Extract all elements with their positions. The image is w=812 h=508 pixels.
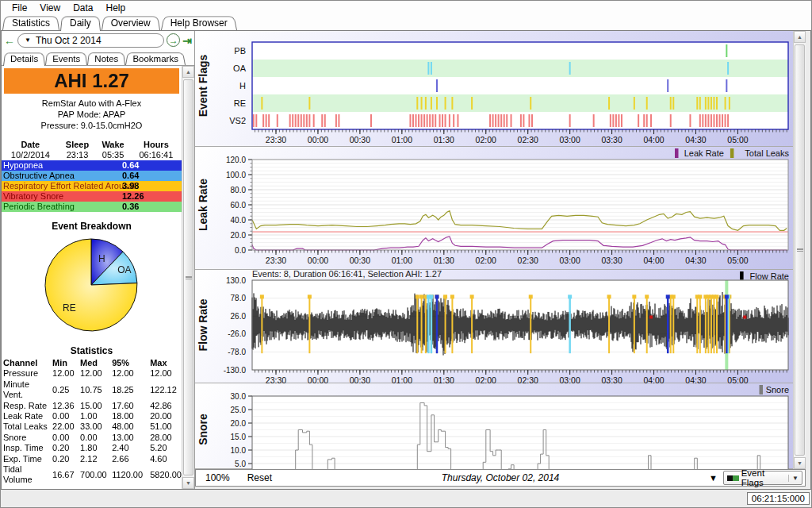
axis-tick-label: 03:30 bbox=[601, 135, 622, 144]
stats-cell: Total Leaks bbox=[2, 421, 51, 432]
stats-cell: 18.00 bbox=[110, 411, 148, 421]
detail-tab-bookmarks[interactable]: Bookmarks bbox=[125, 52, 186, 65]
axis-tick-label: 00:00 bbox=[308, 135, 328, 144]
stats-header: Max bbox=[148, 358, 182, 368]
menu-data[interactable]: Data bbox=[67, 2, 99, 14]
snore-chart[interactable]: SnoreSnore5.010.015.020.025.030.0 bbox=[195, 383, 793, 469]
graph-select-combo[interactable]: Event Flags ▼ bbox=[723, 471, 802, 485]
ahi-banner: AHI 1.27 bbox=[4, 68, 179, 94]
tab-label: Statistics bbox=[12, 17, 50, 29]
scroll-down-button[interactable]: ▼ bbox=[794, 457, 806, 469]
legend-label: Flow Rate bbox=[749, 271, 789, 281]
tab-label: Overview bbox=[111, 17, 151, 29]
session-value-row: 10/2/201423:1305:3506:16:41 bbox=[2, 149, 182, 160]
event-row-band bbox=[252, 60, 788, 77]
y-tick-label: -26.0 bbox=[228, 329, 246, 338]
event-row-band bbox=[252, 42, 788, 60]
scroll-up-button[interactable]: ▲ bbox=[794, 31, 806, 43]
scroll-down-button[interactable]: ▼ bbox=[182, 477, 194, 489]
re-marker-cap bbox=[529, 294, 533, 298]
event-summary-rows: Hypopnea0.64Obstructive Apnea0.64Respira… bbox=[2, 160, 182, 212]
scrollbar-track[interactable] bbox=[182, 78, 194, 477]
menu-view[interactable]: View bbox=[33, 2, 67, 14]
menu-bar: FileViewDataHelp bbox=[1, 1, 811, 15]
session-header: Wake bbox=[95, 140, 130, 149]
stats-cell: 12.00 bbox=[110, 368, 148, 379]
date-dropdown[interactable]: ▼ Thu Oct 2 2014 bbox=[17, 33, 164, 48]
pie-chart-svg: HOARE bbox=[4, 233, 180, 337]
axis-tick-label: 02:00 bbox=[476, 256, 496, 265]
detail-tab-notes[interactable]: Notes bbox=[87, 52, 125, 65]
scroll-up-button[interactable]: ▲ bbox=[182, 66, 194, 78]
axis-tick-label: 02:30 bbox=[518, 375, 538, 383]
stats-cell: 0.00 bbox=[79, 433, 110, 443]
event-flags-chart[interactable]: Event FlagsPBOAHREVS223:3000:0000:3001:0… bbox=[195, 31, 793, 147]
graph-swatch-icon bbox=[727, 475, 733, 481]
charts-column: Event FlagsPBOAHREVS223:3000:0000:3001:0… bbox=[195, 31, 793, 469]
legend-label: Snore bbox=[766, 385, 789, 394]
details-scrollbar[interactable]: ▲ ▼ bbox=[182, 66, 194, 489]
tab-help-browser[interactable]: Help Browser bbox=[161, 15, 237, 30]
y-tick-label: 80.0 bbox=[231, 186, 247, 194]
scrollbar-thumb[interactable] bbox=[795, 44, 805, 456]
stats-row: Exp. Time0.202.122.664.60 bbox=[2, 454, 182, 464]
legend-swatch bbox=[675, 148, 679, 158]
leak-rate-chart[interactable]: Leak RateTotal LeaksLeak Rate0.020.040.0… bbox=[195, 147, 793, 270]
axis-tick-label: 01:00 bbox=[392, 375, 412, 383]
session-header: Sleep bbox=[59, 140, 96, 149]
axis-tick-label: 03:00 bbox=[560, 135, 580, 144]
stats-row: Tidal Volume16.67700.001120.005820.00 bbox=[2, 464, 182, 486]
axis-tick-label: 04:30 bbox=[685, 375, 706, 383]
y-tick-label: 120.0 bbox=[226, 156, 246, 164]
menu-file[interactable]: File bbox=[6, 2, 33, 14]
tab-label: Notes bbox=[94, 54, 118, 64]
charts-scrollbar[interactable]: ▲ ▼ bbox=[793, 31, 806, 469]
stats-cell: 15.00 bbox=[79, 401, 110, 411]
stats-cell: 48.00 bbox=[110, 421, 148, 432]
tab-daily[interactable]: Daily bbox=[60, 15, 101, 31]
previous-day-button[interactable]: ← bbox=[4, 35, 15, 46]
tab-label: Daily bbox=[70, 17, 91, 29]
machine-info-line: PAP Mode: APAP bbox=[2, 109, 182, 120]
event-label: Vibratory Snore bbox=[3, 191, 63, 201]
stats-cell: 18.25 bbox=[110, 379, 148, 401]
next-day-button[interactable]: → bbox=[167, 33, 180, 47]
detail-tab-events[interactable]: Events bbox=[45, 52, 87, 65]
collapse-charts-button[interactable]: ▼ bbox=[709, 473, 718, 483]
event-label: Respiratory Effort Related Arousal bbox=[3, 181, 135, 190]
stats-cell: 0.25 bbox=[51, 379, 79, 401]
h-marker-cap bbox=[435, 294, 439, 298]
tab-overview[interactable]: Overview bbox=[102, 15, 160, 30]
y-tick-label: 30.0 bbox=[231, 392, 247, 401]
axis-tick-label: 01:00 bbox=[392, 135, 412, 144]
event-summary-row: Vibratory Snore12.26 bbox=[2, 191, 182, 202]
leak-rate-chart-svg: Leak RateTotal LeaksLeak Rate0.020.040.0… bbox=[195, 147, 793, 270]
stats-cell: 0.20 bbox=[51, 454, 79, 464]
stats-header: 95% bbox=[110, 358, 148, 368]
stats-cell: Snore bbox=[2, 433, 51, 443]
detail-tab-details[interactable]: Details bbox=[3, 52, 45, 66]
y-tick-label: 10.0 bbox=[231, 446, 247, 455]
session-header: Date bbox=[2, 140, 59, 149]
latest-day-button[interactable]: ⇥ bbox=[182, 35, 192, 46]
stats-row: Insp. Time0.201.802.405.20 bbox=[2, 443, 182, 453]
menu-help[interactable]: Help bbox=[100, 2, 132, 14]
stats-row: Total Leaks22.0033.0048.0051.00 bbox=[2, 421, 182, 432]
axis-tick-label: 00:00 bbox=[308, 256, 328, 265]
event-row-label: PB bbox=[234, 46, 246, 56]
chart-title-rotated: Snore bbox=[197, 414, 209, 445]
axis-tick-label: 05:00 bbox=[727, 135, 748, 144]
stats-cell: 20.00 bbox=[148, 411, 182, 421]
axis-tick-label: 04:00 bbox=[643, 256, 664, 265]
legend-label: Total Leaks bbox=[745, 148, 789, 158]
stats-row: Pressure12.0012.0012.0012.00 bbox=[2, 368, 182, 379]
pie-slice-label: OA bbox=[117, 264, 131, 275]
axis-tick-label: 03:30 bbox=[601, 375, 622, 383]
tab-label: Events bbox=[52, 54, 80, 64]
event-row-label: VS2 bbox=[229, 116, 246, 125]
event-summary-row: Hypopnea0.64 bbox=[2, 160, 182, 171]
flow-rate-chart[interactable]: Flow RateEvents: 8, Duration 06:16:41, S… bbox=[195, 270, 793, 383]
scrollbar-track[interactable] bbox=[794, 43, 806, 457]
scrollbar-thumb[interactable] bbox=[183, 79, 193, 475]
tab-statistics[interactable]: Statistics bbox=[2, 15, 59, 30]
